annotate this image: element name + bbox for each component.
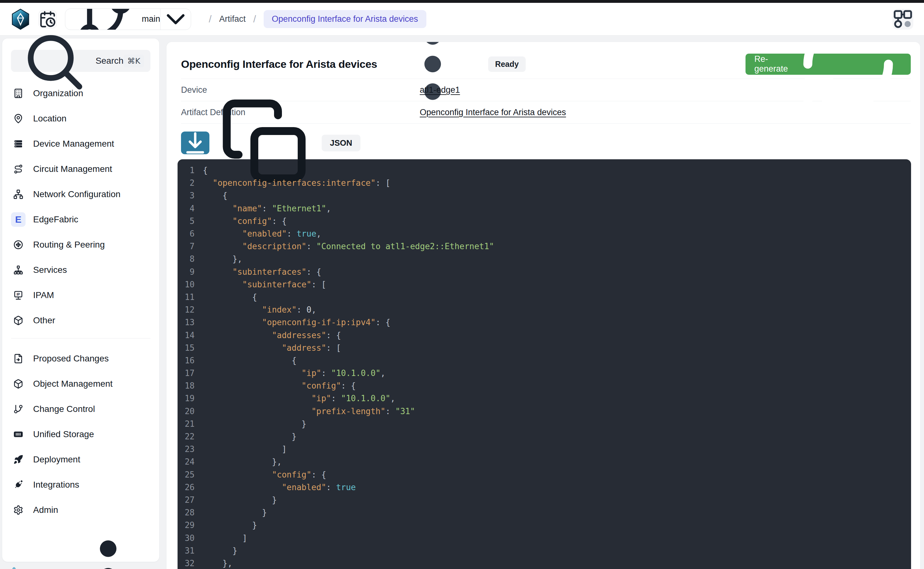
breadcrumb-item-current[interactable]: Openconfig Interface for Arista devices — [264, 10, 426, 28]
line-number: 2 — [178, 178, 203, 188]
window-top-strip — [0, 0, 924, 3]
sidebar-item-other[interactable]: Other — [7, 308, 154, 333]
code-text: "name": "Ethernet1", — [203, 204, 331, 213]
search-shortcut: ⌘K — [124, 55, 144, 67]
code-line: 2 "openconfig-interfaces:interface": [ — [178, 176, 911, 189]
code-text: "enabled": true, — [203, 229, 321, 239]
sidebar-item-proposed-changes[interactable]: Proposed Changes — [7, 346, 154, 371]
code-line: 14 "addresses": { — [178, 329, 911, 341]
code-line: 31 } — [178, 545, 911, 557]
svg-text:IP: IP — [17, 292, 20, 296]
sidebar-item-unified-storage[interactable]: Unified Storage — [7, 422, 154, 447]
code-viewer[interactable]: 1{2 "openconfig-interfaces:interface": [… — [178, 159, 911, 569]
code-line: 3 { — [178, 189, 911, 202]
code-line: 13 "openconfig-if-ip:ipv4": { — [178, 316, 911, 329]
code-line: 21 } — [178, 418, 911, 430]
line-number: 20 — [178, 406, 203, 416]
sidebar-item-routing-peering[interactable]: Routing & Peering — [7, 232, 154, 257]
sidebar-item-ipam[interactable]: IPIPAM — [7, 283, 154, 308]
sidebar-item-deployment[interactable]: Deployment — [7, 447, 154, 472]
user-menu[interactable]: A Admin — [2, 523, 159, 569]
code-text: "description": "Connected to atl1-edge2:… — [203, 242, 494, 251]
field-value-link[interactable]: atl1-edge1 — [420, 85, 460, 95]
branch-dropdown-toggle[interactable] — [161, 9, 191, 30]
sidebar-item-label: Services — [33, 265, 67, 275]
format-badge: JSON — [322, 135, 360, 151]
code-line: 30 ] — [178, 531, 911, 544]
sidebar-item-label: Object Management — [33, 379, 112, 389]
code-text: ] — [203, 444, 287, 454]
line-number: 21 — [178, 419, 203, 429]
sidebar-item-object-management[interactable]: Object Management — [7, 371, 154, 397]
line-number: 31 — [178, 546, 203, 555]
code-text: } — [203, 419, 307, 429]
code-text: "addresses": { — [203, 330, 341, 340]
code-text: } — [203, 432, 296, 441]
line-number: 7 — [178, 242, 203, 251]
code-line: 8 }, — [178, 253, 911, 265]
code-text: { — [203, 166, 208, 175]
ipam-icon: IP — [11, 288, 26, 303]
sidebar-item-change-control[interactable]: Change Control — [7, 397, 154, 422]
copy-button[interactable] — [219, 96, 313, 190]
sidebar-item-edgefabric[interactable]: EEdgeFabric — [7, 207, 154, 232]
sidebar-item-label: Deployment — [33, 455, 80, 465]
user-kebab-button[interactable] — [61, 529, 155, 569]
line-number: 22 — [178, 432, 203, 441]
calendar-clock-icon — [39, 11, 56, 28]
sidebar-item-label: Routing & Peering — [33, 240, 105, 250]
code-text: }, — [203, 254, 242, 264]
sidebar-item-circuit-management[interactable]: Circuit Management — [7, 157, 154, 182]
breadcrumb-item-artifact[interactable]: Artifact — [219, 14, 246, 24]
line-number: 5 — [178, 216, 203, 226]
download-icon — [181, 129, 210, 157]
sidebar-divider — [11, 338, 150, 338]
line-number: 14 — [178, 330, 203, 340]
topbar: main / Artifact / Openconfig Interface f… — [0, 3, 924, 36]
kebab-icon — [385, 42, 480, 111]
server-icon — [11, 137, 26, 151]
avatar: A — [11, 567, 17, 569]
code-line: 32 }, — [178, 557, 911, 569]
sidebar-item-admin[interactable]: Admin — [7, 497, 154, 523]
copy-icon — [219, 96, 313, 190]
sidebar-item-network-configuration[interactable]: Network Configuration — [7, 182, 154, 207]
line-number: 12 — [178, 305, 203, 315]
sidebar-item-location[interactable]: Location — [7, 106, 154, 131]
code-line: 15 "address": [ — [178, 342, 911, 354]
code-text: "openconfig-interfaces:interface": [ — [203, 178, 391, 188]
code-text: "enabled": true — [203, 482, 356, 492]
hierarchy-icon — [11, 263, 26, 277]
topology-icon — [892, 9, 913, 30]
cube-icon — [11, 377, 26, 391]
sidebar-item-label: IPAM — [33, 290, 54, 300]
field-value-link[interactable]: Openconfig Interface for Arista devices — [420, 108, 566, 117]
sidebar-item-label: Unified Storage — [33, 429, 94, 440]
sidebar-item-organization[interactable]: Organization — [7, 81, 154, 106]
topology-menu-button[interactable] — [892, 9, 913, 30]
sidebar-item-services[interactable]: Services — [7, 257, 154, 283]
sidebar: Search ⌘K OrganizationLocationDevice Man… — [2, 38, 160, 562]
line-number: 9 — [178, 267, 203, 277]
building-icon — [11, 86, 26, 100]
regenerate-button[interactable]: Re-generate — [746, 53, 911, 75]
code-text: "index": 0, — [203, 305, 316, 315]
calendar-button[interactable] — [38, 10, 57, 28]
title-kebab-button[interactable] — [385, 42, 480, 111]
line-number: 19 — [178, 394, 203, 403]
sidebar-item-device-management[interactable]: Device Management — [7, 131, 154, 157]
search-input[interactable]: Search ⌘K — [11, 50, 150, 72]
page-title: Openconfig Interface for Arista devices — [181, 58, 377, 70]
line-number: 32 — [178, 558, 203, 568]
sidebar-item-integrations[interactable]: Integrations — [7, 472, 154, 497]
line-number: 3 — [178, 191, 203, 200]
code-text: "ip": "10.1.0.0", — [203, 368, 385, 378]
refresh-icon — [794, 42, 902, 118]
code-line: 26 "enabled": true — [178, 481, 911, 494]
code-line: 9 "subinterfaces": { — [178, 266, 911, 278]
network-icon — [11, 187, 26, 202]
gear-icon — [11, 503, 26, 517]
code-line: 7 "description": "Connected to atl1-edge… — [178, 240, 911, 253]
sidebar-item-label: Organization — [33, 88, 83, 98]
download-button[interactable] — [181, 132, 210, 154]
